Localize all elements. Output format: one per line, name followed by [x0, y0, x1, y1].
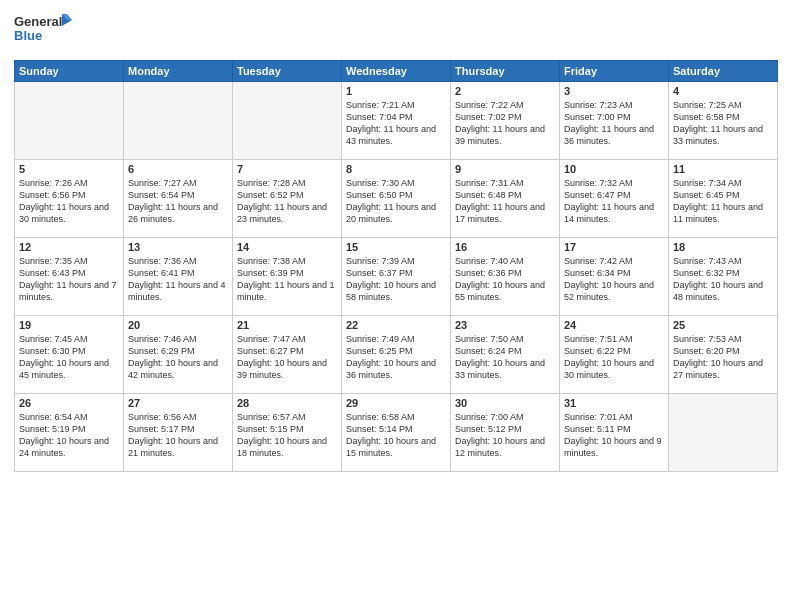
day-info: Sunrise: 6:56 AM Sunset: 5:17 PM Dayligh…: [128, 411, 228, 460]
day-number: 3: [564, 85, 664, 97]
day-number: 2: [455, 85, 555, 97]
day-header-monday: Monday: [124, 61, 233, 82]
day-header-thursday: Thursday: [451, 61, 560, 82]
day-number: 23: [455, 319, 555, 331]
day-header-tuesday: Tuesday: [233, 61, 342, 82]
day-number: 18: [673, 241, 773, 253]
calendar-week-row: 1Sunrise: 7:21 AM Sunset: 7:04 PM Daylig…: [15, 82, 778, 160]
calendar-header-row: SundayMondayTuesdayWednesdayThursdayFrid…: [15, 61, 778, 82]
day-info: Sunrise: 7:49 AM Sunset: 6:25 PM Dayligh…: [346, 333, 446, 382]
calendar-day-cell: 25Sunrise: 7:53 AM Sunset: 6:20 PM Dayli…: [669, 316, 778, 394]
calendar-day-cell: 17Sunrise: 7:42 AM Sunset: 6:34 PM Dayli…: [560, 238, 669, 316]
calendar-week-row: 5Sunrise: 7:26 AM Sunset: 6:56 PM Daylig…: [15, 160, 778, 238]
calendar-day-cell: 4Sunrise: 7:25 AM Sunset: 6:58 PM Daylig…: [669, 82, 778, 160]
calendar-day-cell: 15Sunrise: 7:39 AM Sunset: 6:37 PM Dayli…: [342, 238, 451, 316]
calendar-day-cell: 24Sunrise: 7:51 AM Sunset: 6:22 PM Dayli…: [560, 316, 669, 394]
calendar-day-cell: [233, 82, 342, 160]
calendar-day-cell: 8Sunrise: 7:30 AM Sunset: 6:50 PM Daylig…: [342, 160, 451, 238]
day-number: 19: [19, 319, 119, 331]
day-info: Sunrise: 7:53 AM Sunset: 6:20 PM Dayligh…: [673, 333, 773, 382]
day-info: Sunrise: 7:38 AM Sunset: 6:39 PM Dayligh…: [237, 255, 337, 304]
calendar-day-cell: 29Sunrise: 6:58 AM Sunset: 5:14 PM Dayli…: [342, 394, 451, 472]
calendar-day-cell: 31Sunrise: 7:01 AM Sunset: 5:11 PM Dayli…: [560, 394, 669, 472]
day-info: Sunrise: 7:43 AM Sunset: 6:32 PM Dayligh…: [673, 255, 773, 304]
day-number: 9: [455, 163, 555, 175]
day-info: Sunrise: 6:58 AM Sunset: 5:14 PM Dayligh…: [346, 411, 446, 460]
day-info: Sunrise: 7:47 AM Sunset: 6:27 PM Dayligh…: [237, 333, 337, 382]
day-number: 22: [346, 319, 446, 331]
day-info: Sunrise: 7:22 AM Sunset: 7:02 PM Dayligh…: [455, 99, 555, 148]
day-number: 13: [128, 241, 228, 253]
calendar-day-cell: 7Sunrise: 7:28 AM Sunset: 6:52 PM Daylig…: [233, 160, 342, 238]
day-number: 31: [564, 397, 664, 409]
calendar-day-cell: 10Sunrise: 7:32 AM Sunset: 6:47 PM Dayli…: [560, 160, 669, 238]
day-info: Sunrise: 6:54 AM Sunset: 5:19 PM Dayligh…: [19, 411, 119, 460]
calendar-day-cell: 20Sunrise: 7:46 AM Sunset: 6:29 PM Dayli…: [124, 316, 233, 394]
calendar-day-cell: [124, 82, 233, 160]
calendar-day-cell: 23Sunrise: 7:50 AM Sunset: 6:24 PM Dayli…: [451, 316, 560, 394]
day-info: Sunrise: 7:31 AM Sunset: 6:48 PM Dayligh…: [455, 177, 555, 226]
calendar-day-cell: 26Sunrise: 6:54 AM Sunset: 5:19 PM Dayli…: [15, 394, 124, 472]
logo-svg: General Blue: [14, 10, 74, 48]
day-info: Sunrise: 7:39 AM Sunset: 6:37 PM Dayligh…: [346, 255, 446, 304]
day-info: Sunrise: 7:34 AM Sunset: 6:45 PM Dayligh…: [673, 177, 773, 226]
day-number: 15: [346, 241, 446, 253]
calendar-day-cell: 14Sunrise: 7:38 AM Sunset: 6:39 PM Dayli…: [233, 238, 342, 316]
day-number: 21: [237, 319, 337, 331]
day-header-sunday: Sunday: [15, 61, 124, 82]
calendar-day-cell: 19Sunrise: 7:45 AM Sunset: 6:30 PM Dayli…: [15, 316, 124, 394]
calendar-week-row: 12Sunrise: 7:35 AM Sunset: 6:43 PM Dayli…: [15, 238, 778, 316]
calendar-week-row: 26Sunrise: 6:54 AM Sunset: 5:19 PM Dayli…: [15, 394, 778, 472]
day-number: 4: [673, 85, 773, 97]
day-info: Sunrise: 7:42 AM Sunset: 6:34 PM Dayligh…: [564, 255, 664, 304]
svg-text:General: General: [14, 14, 62, 29]
calendar-day-cell: 13Sunrise: 7:36 AM Sunset: 6:41 PM Dayli…: [124, 238, 233, 316]
day-info: Sunrise: 7:35 AM Sunset: 6:43 PM Dayligh…: [19, 255, 119, 304]
day-info: Sunrise: 7:50 AM Sunset: 6:24 PM Dayligh…: [455, 333, 555, 382]
day-info: Sunrise: 7:30 AM Sunset: 6:50 PM Dayligh…: [346, 177, 446, 226]
day-header-saturday: Saturday: [669, 61, 778, 82]
calendar-week-row: 19Sunrise: 7:45 AM Sunset: 6:30 PM Dayli…: [15, 316, 778, 394]
calendar-day-cell: 9Sunrise: 7:31 AM Sunset: 6:48 PM Daylig…: [451, 160, 560, 238]
calendar-day-cell: 11Sunrise: 7:34 AM Sunset: 6:45 PM Dayli…: [669, 160, 778, 238]
day-info: Sunrise: 7:26 AM Sunset: 6:56 PM Dayligh…: [19, 177, 119, 226]
day-number: 14: [237, 241, 337, 253]
day-number: 17: [564, 241, 664, 253]
day-number: 20: [128, 319, 228, 331]
day-number: 7: [237, 163, 337, 175]
day-number: 24: [564, 319, 664, 331]
calendar-day-cell: 16Sunrise: 7:40 AM Sunset: 6:36 PM Dayli…: [451, 238, 560, 316]
calendar-day-cell: 18Sunrise: 7:43 AM Sunset: 6:32 PM Dayli…: [669, 238, 778, 316]
day-info: Sunrise: 7:28 AM Sunset: 6:52 PM Dayligh…: [237, 177, 337, 226]
day-number: 16: [455, 241, 555, 253]
day-info: Sunrise: 7:25 AM Sunset: 6:58 PM Dayligh…: [673, 99, 773, 148]
day-number: 29: [346, 397, 446, 409]
header: General Blue: [14, 10, 778, 52]
day-info: Sunrise: 6:57 AM Sunset: 5:15 PM Dayligh…: [237, 411, 337, 460]
calendar-table: SundayMondayTuesdayWednesdayThursdayFrid…: [14, 60, 778, 472]
calendar-day-cell: 21Sunrise: 7:47 AM Sunset: 6:27 PM Dayli…: [233, 316, 342, 394]
calendar-day-cell: 27Sunrise: 6:56 AM Sunset: 5:17 PM Dayli…: [124, 394, 233, 472]
calendar-day-cell: 1Sunrise: 7:21 AM Sunset: 7:04 PM Daylig…: [342, 82, 451, 160]
day-info: Sunrise: 7:32 AM Sunset: 6:47 PM Dayligh…: [564, 177, 664, 226]
day-number: 27: [128, 397, 228, 409]
day-number: 8: [346, 163, 446, 175]
day-number: 6: [128, 163, 228, 175]
logo: General Blue: [14, 10, 74, 52]
calendar-day-cell: 22Sunrise: 7:49 AM Sunset: 6:25 PM Dayli…: [342, 316, 451, 394]
day-info: Sunrise: 7:00 AM Sunset: 5:12 PM Dayligh…: [455, 411, 555, 460]
calendar-day-cell: [15, 82, 124, 160]
day-info: Sunrise: 7:46 AM Sunset: 6:29 PM Dayligh…: [128, 333, 228, 382]
day-header-friday: Friday: [560, 61, 669, 82]
day-info: Sunrise: 7:36 AM Sunset: 6:41 PM Dayligh…: [128, 255, 228, 304]
day-number: 11: [673, 163, 773, 175]
day-number: 1: [346, 85, 446, 97]
calendar-day-cell: 3Sunrise: 7:23 AM Sunset: 7:00 PM Daylig…: [560, 82, 669, 160]
calendar-day-cell: 2Sunrise: 7:22 AM Sunset: 7:02 PM Daylig…: [451, 82, 560, 160]
day-number: 28: [237, 397, 337, 409]
day-number: 30: [455, 397, 555, 409]
day-number: 10: [564, 163, 664, 175]
day-info: Sunrise: 7:27 AM Sunset: 6:54 PM Dayligh…: [128, 177, 228, 226]
calendar-day-cell: 30Sunrise: 7:00 AM Sunset: 5:12 PM Dayli…: [451, 394, 560, 472]
day-info: Sunrise: 7:51 AM Sunset: 6:22 PM Dayligh…: [564, 333, 664, 382]
